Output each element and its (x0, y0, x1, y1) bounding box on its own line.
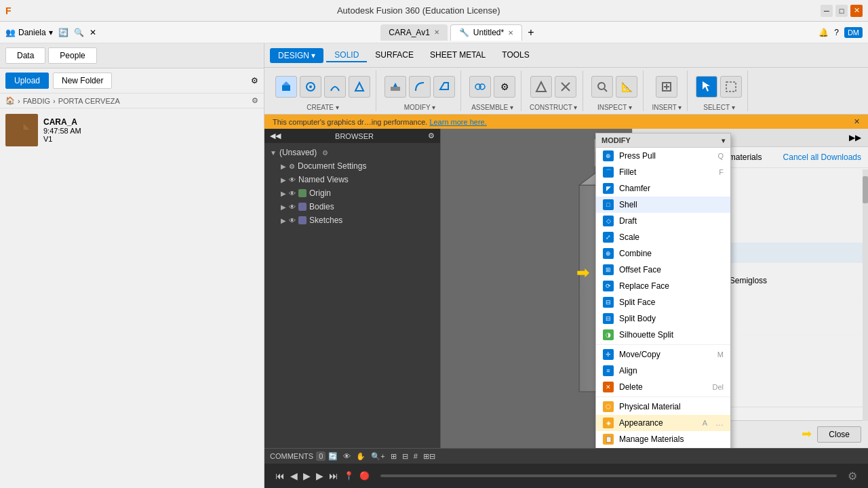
design-dropdown-button[interactable]: DESIGN ▾ (270, 48, 323, 63)
next-button[interactable]: ▶ (316, 470, 323, 481)
menu-item-shell[interactable]: □ Shell (596, 197, 730, 213)
browser-sketches[interactable]: ▶ 👁 Sketches (264, 214, 440, 227)
data-tab-button[interactable]: Data (5, 47, 45, 64)
people-tab-button[interactable]: People (48, 47, 96, 64)
inspect-icon1[interactable] (591, 76, 613, 98)
prev-start-button[interactable]: ⏮ (275, 470, 285, 481)
assemble-icon2[interactable]: ⚙ (494, 76, 515, 98)
fit-view-icon[interactable]: ⊞ (391, 452, 397, 461)
browser-collapse-icon[interactable]: ◀◀ (270, 131, 281, 140)
tab-cara-av1-close[interactable]: ✕ (434, 28, 439, 36)
zoom-icon[interactable]: 🔍+ (371, 452, 384, 461)
menu-item-move-copy[interactable]: ✛ Move/Copy M (596, 346, 730, 363)
menu-item-physical-material[interactable]: ⬡ Physical Material (596, 399, 730, 415)
modify-chamfer-icon[interactable] (433, 76, 455, 98)
construct-icon2[interactable] (555, 76, 576, 98)
add-tab-button[interactable]: + (528, 26, 534, 39)
menu-item-split-body[interactable]: ⊟ Split Body (596, 310, 730, 327)
tab-solid[interactable]: SOLID (326, 49, 367, 62)
settings-gear-icon[interactable]: ⚙ (251, 76, 258, 85)
tab-untitled[interactable]: 🔧 Untitled* ✕ (450, 24, 522, 41)
playback-settings-icon[interactable]: ⚙ (848, 470, 857, 483)
menu-item-replace-face[interactable]: ⟳ Replace Face (596, 278, 730, 294)
cancel-downloads-link[interactable]: Cancel all Downloads (783, 152, 861, 162)
menu-item-offset-face[interactable]: ⊞ Offset Face (596, 262, 730, 278)
menu-item-split-face[interactable]: ⊟ Split Face (596, 294, 730, 310)
browser-origin[interactable]: ▶ 👁 Origin (264, 186, 440, 200)
breadcrumb-settings-icon[interactable]: ⚙ (252, 96, 258, 105)
inspect-icon2[interactable]: 📐 (616, 76, 637, 98)
select-icon2[interactable] (720, 76, 742, 98)
file-item[interactable]: CARA_A 9:47:58 AM V1 (0, 108, 264, 152)
breadcrumb-home-icon[interactable]: 🏠 (5, 96, 15, 105)
browser-bodies[interactable]: ▶ 👁 Bodies (264, 200, 440, 214)
refresh-icon[interactable]: 🔄 (58, 28, 68, 37)
close-icon[interactable]: ✕ (90, 28, 96, 37)
help-icon[interactable]: ? (834, 28, 839, 37)
tab-cara-av1[interactable]: CARA_Av1 ✕ (380, 24, 447, 41)
browser-document-settings[interactable]: ▶ ⚙ Document Settings (264, 159, 440, 173)
browser-settings-icon[interactable]: ⚙ (428, 131, 435, 140)
upload-button[interactable]: Upload (5, 73, 49, 89)
close-button[interactable]: ✕ (850, 5, 863, 17)
browser-settings-unsaved[interactable]: ⚙ (322, 149, 328, 157)
insert-icon1[interactable] (656, 76, 677, 98)
tab-tools[interactable]: TOOLS (494, 49, 537, 62)
new-folder-button[interactable]: New Folder (53, 73, 112, 89)
create-loft-icon[interactable] (349, 76, 370, 98)
warning-close-icon[interactable]: ✕ (854, 117, 860, 126)
play-button[interactable]: ▶ (303, 470, 311, 481)
breadcrumb-porta-cerveza[interactable]: PORTA CERVEZA (58, 97, 120, 105)
browser-named-views[interactable]: ▶ 👁 Named Views (264, 173, 440, 186)
menu-item-scale[interactable]: ⤢ Scale (596, 229, 730, 245)
modify-dropdown-menu[interactable]: MODIFY ▾ ⊕ Press Pull Q ⌒ Fillet F (595, 133, 731, 448)
breadcrumb-fabdig[interactable]: FABDIG (23, 97, 50, 105)
user-menu[interactable]: 👥 Daniela ▾ (5, 28, 53, 37)
modify-press-pull-icon[interactable] (384, 76, 406, 98)
menu-item-change-parameters[interactable]: ƒ Change Parameters (596, 447, 730, 448)
modify-fillet-icon[interactable] (409, 76, 431, 98)
menu-item-silhouette-split[interactable]: ◑ Silhouette Split (596, 327, 730, 343)
tab-sheet-metal[interactable]: SHEET METAL (422, 49, 494, 62)
menu-item-combine[interactable]: ⊕ Combine (596, 245, 730, 262)
appearance-scrollbar[interactable] (863, 169, 868, 421)
prev-button[interactable]: ◀ (290, 470, 298, 481)
menu-item-align[interactable]: ≡ Align (596, 363, 730, 379)
menu-item-fillet[interactable]: ⌒ Fillet F (596, 164, 730, 180)
menu-item-draft[interactable]: ◇ Draft (596, 213, 730, 229)
create-revolve-icon[interactable] (300, 76, 321, 98)
user-avatar[interactable]: DM (844, 27, 863, 38)
assemble-icon1[interactable] (469, 76, 491, 98)
menu-item-appearance[interactable]: ◈ Appearance A … (596, 415, 730, 431)
next-end-button[interactable]: ⏭ (329, 470, 338, 481)
display-mode-icon[interactable]: ⊟ (402, 452, 408, 461)
menu-item-delete[interactable]: ✕ Delete Del (596, 379, 730, 395)
construct-icon1[interactable] (530, 76, 552, 98)
pan-icon[interactable]: ✋ (356, 452, 366, 461)
grid-icon[interactable]: # (414, 452, 418, 460)
look-at-icon[interactable]: 👁 (343, 452, 351, 460)
minimize-button[interactable]: ─ (821, 5, 833, 17)
notifications-icon[interactable]: 🔔 (818, 28, 829, 37)
appearance-expand-icon[interactable]: ▶▶ (849, 133, 861, 142)
marker2-button[interactable]: 🔴 (359, 471, 370, 481)
marker1-button[interactable]: 📍 (344, 471, 354, 481)
select-icon1[interactable] (696, 76, 717, 98)
search-icon[interactable]: 🔍 (74, 28, 84, 37)
view-options-icon[interactable]: ⊞⊟ (423, 452, 435, 461)
menu-item-press-pull[interactable]: ⊕ Press Pull Q (596, 148, 730, 164)
menu-item-chamfer[interactable]: ◤ Chamfer (596, 180, 730, 197)
warning-link[interactable]: Learn more here. (429, 118, 486, 126)
create-sweep-icon[interactable] (324, 76, 346, 98)
maximize-button[interactable]: □ (835, 5, 848, 17)
menu-item-manage-materials[interactable]: 📋 Manage Materials (596, 431, 730, 447)
close-appearance-button[interactable]: Close (817, 426, 861, 443)
create-extrude-icon[interactable] (275, 76, 297, 98)
orbit-icon[interactable]: 🔄 (328, 452, 338, 461)
scrollbar-thumb[interactable] (863, 176, 868, 203)
timeline-area[interactable] (380, 474, 837, 477)
tab-untitled-close[interactable]: ✕ (508, 29, 513, 37)
view-controls-group[interactable]: 🔄 👁 ✋ 🔍+ ⊞ ⊟ # ⊞⊟ (328, 452, 863, 461)
browser-unsaved[interactable]: ▼ (Unsaved) ⚙ (264, 146, 440, 159)
tab-surface[interactable]: SURFACE (367, 49, 422, 62)
